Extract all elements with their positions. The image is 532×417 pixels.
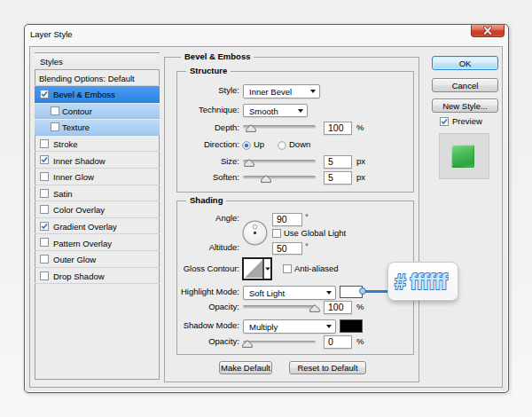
svg-text:# ffffff: # ffffff <box>395 271 448 294</box>
